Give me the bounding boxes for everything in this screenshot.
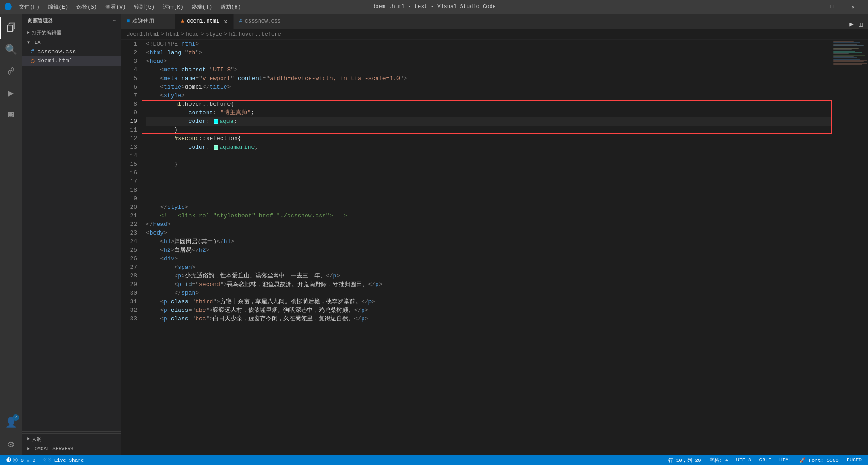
- status-encoding[interactable]: UTF-8: [735, 457, 753, 463]
- token: [146, 306, 160, 315]
- code-line[interactable]: color: aquamarine;: [146, 143, 832, 151]
- code-line[interactable]: <h1>归园田居(其一)</h1>: [146, 237, 832, 246]
- status-bar-right: 行 10，列 20 空格: 4 UTF-8 CRLF HTML 🚀 Port: …: [666, 457, 863, 464]
- code-line[interactable]: </span>: [146, 289, 832, 297]
- status-port[interactable]: 🚀 Port: 5500: [797, 457, 840, 463]
- code-line[interactable]: <meta name="viewport" content="width=dev…: [146, 74, 832, 83]
- token: h1: [164, 237, 171, 246]
- status-git-branch[interactable]: ⓫ ⓪ 0 ⚠ 0: [5, 457, 38, 464]
- status-language[interactable]: HTML: [778, 457, 793, 463]
- code-line[interactable]: <body>: [146, 229, 832, 237]
- code-line[interactable]: content: "博主真帅";: [146, 108, 832, 117]
- live-share-icon: ♡: [44, 457, 47, 463]
- run-button[interactable]: ▶: [848, 19, 855, 29]
- vscode-tab-icon: ■: [127, 18, 130, 24]
- status-position[interactable]: 行 10，列 20: [666, 457, 703, 464]
- code-line[interactable]: [146, 186, 832, 194]
- code-line[interactable]: </style>: [146, 203, 832, 211]
- menu-run[interactable]: 运行(R): [159, 2, 187, 12]
- token: >: [171, 237, 175, 246]
- status-spaces[interactable]: 空格: 4: [708, 457, 730, 464]
- menu-select[interactable]: 选择(S): [73, 2, 101, 12]
- menu-view[interactable]: 查看(V): [102, 2, 130, 12]
- activity-source-control[interactable]: ☍: [0, 61, 22, 82]
- token: p: [333, 272, 336, 280]
- code-line[interactable]: [146, 151, 832, 160]
- code-line[interactable]: <html lang="zh">: [146, 48, 832, 57]
- code-line[interactable]: </head>: [146, 220, 832, 229]
- token: 白日天少余，虚窗存令闲，久在樊笼里，复得返自然。: [213, 315, 354, 323]
- breadcrumb-head[interactable]: head: [186, 31, 199, 38]
- activity-run[interactable]: ▶: [0, 82, 22, 104]
- tab-welcome[interactable]: ■ 欢迎使用 ✕: [121, 14, 175, 29]
- outline-item[interactable]: ► 大纲: [22, 434, 121, 444]
- minimize-button[interactable]: ―: [801, 0, 822, 14]
- breadcrumb-html[interactable]: html: [166, 31, 179, 38]
- code-line[interactable]: <title>dome1</title>: [146, 83, 832, 91]
- code-line[interactable]: }: [146, 160, 832, 169]
- main-layout: 🗍 🔍 ☍ ▶ ◙ 👤 2 ⚙ 资源管理器 ⋯: [0, 14, 868, 455]
- file-cssshow[interactable]: # cssshow.css: [22, 47, 121, 56]
- code-line[interactable]: }: [146, 126, 832, 134]
- tab-cssshow[interactable]: # cssshow.css ✕: [234, 14, 295, 29]
- code-line[interactable]: <meta charset="UTF-8">: [146, 66, 832, 74]
- breadcrumb-style[interactable]: style: [206, 31, 222, 38]
- token: >: [167, 220, 171, 229]
- breadcrumb-file[interactable]: doem1.html: [127, 31, 159, 38]
- menu-terminal[interactable]: 终端(T): [188, 2, 216, 12]
- tab-doem1[interactable]: ▲ doem1.html ✕: [175, 14, 234, 29]
- line-number: 4: [123, 66, 137, 74]
- menu-goto[interactable]: 转到(G): [130, 2, 158, 12]
- status-user[interactable]: FUSED: [845, 457, 863, 463]
- code-line[interactable]: <p class="abc">暧暧远人村，依依墟里烟。狗吠深巷中，鸡鸣桑树颠。<…: [146, 306, 832, 315]
- token: [146, 151, 174, 160]
- close-button[interactable]: ✕: [843, 0, 863, 14]
- token: name: [178, 74, 195, 83]
- split-editor-button[interactable]: ◫: [857, 19, 864, 29]
- activity-explorer[interactable]: 🗍: [0, 17, 22, 39]
- code-line[interactable]: <h2>白居易</h2>: [146, 246, 832, 254]
- code-line[interactable]: <style>: [146, 91, 832, 100]
- minimap-content: [832, 40, 868, 66]
- code-line[interactable]: <div>: [146, 254, 832, 263]
- code-line[interactable]: [146, 194, 832, 203]
- token: 归园田居(其一): [174, 237, 217, 246]
- code-line[interactable]: <p class="third">方宅十余亩，草屋八九间。榆柳荫后檐，桃李罗堂前…: [146, 297, 832, 306]
- chevron-right-icon-tomcat: ►: [27, 446, 30, 451]
- breadcrumb-selector[interactable]: h1:hover::before: [229, 31, 281, 38]
- minimap-line: [833, 56, 854, 57]
- code-line[interactable]: [146, 177, 832, 186]
- text-section[interactable]: ▼ TEXT: [22, 38, 121, 47]
- tomcat-servers-item[interactable]: ► TOMCAT SERVERS: [22, 444, 121, 453]
- token: aqua: [219, 117, 233, 126]
- code-line[interactable]: <!-- <link rel="stylesheet" href="./csss…: [146, 211, 832, 220]
- activity-search[interactable]: 🔍: [0, 39, 22, 61]
- code-line[interactable]: #second::selection{: [146, 134, 832, 143]
- menu-file[interactable]: 文件(F): [15, 2, 43, 12]
- code-line[interactable]: color: aqua;: [146, 117, 832, 126]
- menu-help[interactable]: 帮助(H): [217, 2, 245, 12]
- activity-accounts[interactable]: 👤 2: [0, 412, 22, 433]
- code-line[interactable]: <p class="bcc">白日天少余，虚窗存令闲，久在樊笼里，复得返自然。<…: [146, 315, 832, 323]
- code-line[interactable]: <!DOCTYPE html>: [146, 40, 832, 48]
- tab-doem1-close[interactable]: ✕: [224, 18, 227, 25]
- token: <: [160, 74, 164, 83]
- activity-extensions[interactable]: ◙: [0, 104, 22, 126]
- token: title: [209, 83, 227, 91]
- code-area[interactable]: <!DOCTYPE html><html lang="zh"><head> <m…: [142, 40, 832, 455]
- maximize-button[interactable]: □: [822, 0, 843, 14]
- open-editors-section[interactable]: ► 打开的编辑器: [22, 28, 121, 38]
- menu-edit[interactable]: 编辑(E): [44, 2, 72, 12]
- code-line[interactable]: <head>: [146, 57, 832, 66]
- more-actions-icon[interactable]: ⋯: [113, 18, 116, 23]
- status-line-ending[interactable]: CRLF: [758, 457, 773, 463]
- code-line[interactable]: <p id="second">羁鸟恋旧林，池鱼思故渊。开荒南野际，守拙归园田。<…: [146, 280, 832, 289]
- code-line[interactable]: <span>: [146, 263, 832, 272]
- token: =": [206, 66, 213, 74]
- code-line[interactable]: h1:hover::before{: [146, 100, 832, 108]
- file-doem1[interactable]: ◯ doem1.html: [22, 56, 121, 66]
- activity-settings[interactable]: ⚙: [0, 433, 22, 455]
- status-live-share[interactable]: ♡ ♡ Live Share: [42, 457, 86, 463]
- code-line[interactable]: [146, 169, 832, 177]
- code-line[interactable]: <p>少无适俗韵，性本爱丘山。误落尘网中，一去三十年。</p>: [146, 272, 832, 280]
